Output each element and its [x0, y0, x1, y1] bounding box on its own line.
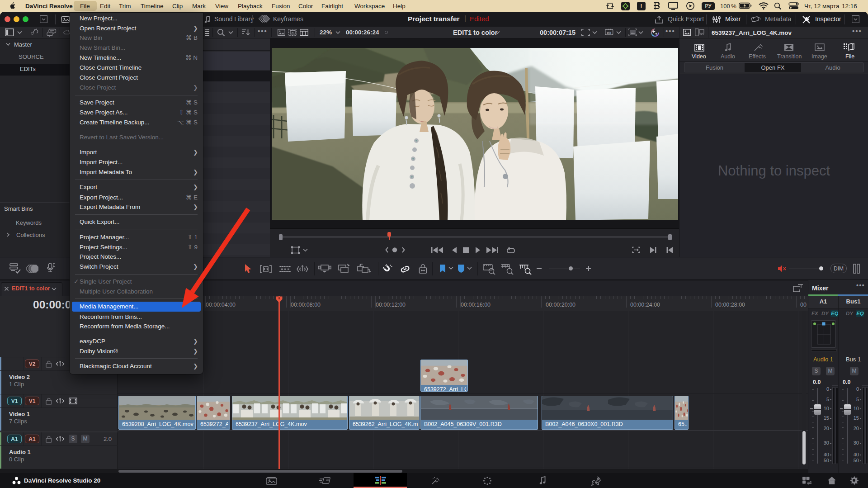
svg-text:HQ: HQ	[608, 32, 611, 34]
